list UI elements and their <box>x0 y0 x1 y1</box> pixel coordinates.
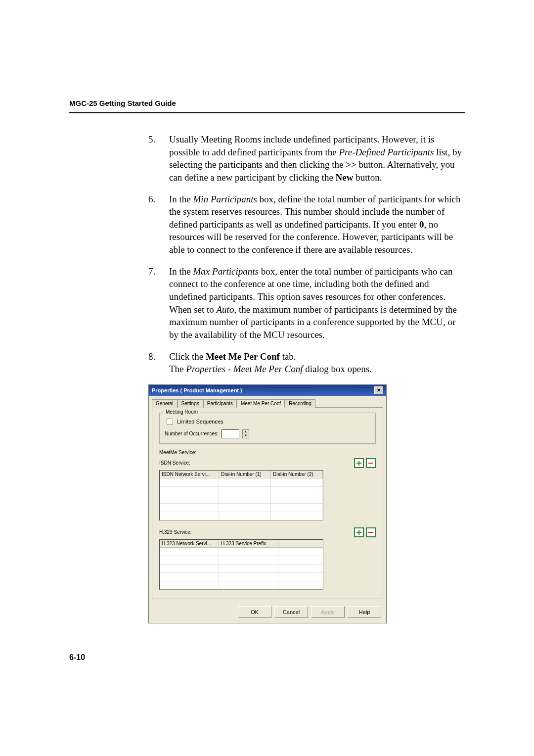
dialog-title: Properties ( Product Management ) <box>152 387 242 393</box>
step8-text-b: tab. <box>280 351 296 362</box>
ok-button[interactable]: OK <box>238 606 271 618</box>
header-rule <box>69 112 465 113</box>
step-6: In the Min Participants box, define the … <box>148 193 465 256</box>
isdn-grid-header: ISDN Network Servi... Dial-in Number (1)… <box>160 471 323 478</box>
step8-em-properties: Properties - Meet Me Per Conf <box>186 364 303 374</box>
tab-general[interactable]: General <box>152 399 178 408</box>
dialog-button-row: OK Cancel Apply Help <box>149 602 386 623</box>
properties-dialog: Properties ( Product Management ) ✕ Gene… <box>148 384 387 623</box>
tab-participants[interactable]: Participants <box>203 399 237 408</box>
step5-bold-arrows: >> <box>346 159 356 170</box>
occurrences-spinner[interactable]: ▲ ▼ <box>242 429 249 438</box>
help-button[interactable]: Help <box>348 606 381 618</box>
h323-remove-button[interactable] <box>366 527 376 537</box>
spinner-down-icon: ▼ <box>243 434 249 438</box>
isdn-col-dialin1[interactable]: Dial-in Number (1) <box>219 471 271 478</box>
doc-header-title: MGC-25 Getting Started Guide <box>69 99 465 107</box>
tab-meetmeperconf[interactable]: Meet Me Per Conf <box>237 399 285 408</box>
h323-buttons <box>354 527 376 537</box>
isdn-col-dialin2[interactable]: Dial-in Number (2) <box>271 471 323 478</box>
tab-panel: Meeting Room Limited Sequences Number of… <box>152 407 383 599</box>
isdn-service-label: ISDN Service: <box>159 460 190 466</box>
h323-service-row: H.323 Service: <box>159 527 376 537</box>
isdn-add-button[interactable] <box>354 458 364 468</box>
step-5: Usually Meeting Rooms include undefined … <box>148 133 465 184</box>
isdn-buttons <box>354 458 376 468</box>
step7-em-maxparticipants: Max Participants <box>193 266 259 277</box>
step8-text-c: The <box>169 364 186 374</box>
tab-settings[interactable]: Settings <box>178 399 203 408</box>
step8-text-d: dialog box opens. <box>303 364 372 374</box>
steps-list: Usually Meeting Rooms include undefined … <box>148 133 465 376</box>
close-icon: ✕ <box>377 388 381 393</box>
h323-service-label: H.323 Service: <box>159 529 192 535</box>
isdn-grid-body <box>160 478 323 519</box>
meetme-service-label: MeetMe Service: <box>159 450 376 455</box>
step7-em-auto: Auto <box>217 304 234 315</box>
plus-icon <box>356 530 361 535</box>
cancel-button[interactable]: Cancel <box>274 606 308 618</box>
h323-col-prefix[interactable]: H.323 Service Prefix <box>219 540 278 547</box>
isdn-grid[interactable]: ISDN Network Servi... Dial-in Number (1)… <box>159 470 323 520</box>
step-7: In the Max Participants box, enter the t… <box>148 265 465 341</box>
dialog-tabs: General Settings Participants Meet Me Pe… <box>149 396 386 407</box>
minus-icon <box>368 463 373 464</box>
dialog-titlebar: Properties ( Product Management ) ✕ <box>149 385 386 396</box>
isdn-col-network[interactable]: ISDN Network Servi... <box>160 471 219 478</box>
occurrences-row: Number of Occurrences: ▲ ▼ <box>165 429 370 438</box>
step5-text-d: button. <box>353 172 382 183</box>
isdn-remove-button[interactable] <box>366 458 376 468</box>
h323-add-button[interactable] <box>354 527 364 537</box>
limited-sequences-checkbox[interactable] <box>167 419 173 425</box>
limited-sequences-label: Limited Sequences <box>177 419 223 425</box>
step6-text-a: In the <box>169 194 193 204</box>
isdn-service-row: ISDN Service: <box>159 458 376 468</box>
close-button[interactable]: ✕ <box>374 386 383 394</box>
plus-icon <box>356 461 361 466</box>
h323-grid-header: H.323 Network Servi... H.323 Service Pre… <box>160 540 323 548</box>
minus-icon <box>368 532 373 533</box>
meeting-room-group: Meeting Room Limited Sequences Number of… <box>159 413 376 444</box>
occurrences-input[interactable] <box>222 429 239 438</box>
step8-text-a: Click the <box>169 351 206 362</box>
h323-col-network[interactable]: H.323 Network Servi... <box>160 540 219 547</box>
limited-sequences-row: Limited Sequences <box>165 417 370 426</box>
meeting-room-group-title: Meeting Room <box>164 409 200 415</box>
content-area: Usually Meeting Rooms include undefined … <box>69 133 465 623</box>
step-8: Click the Meet Me Per Conf tab. The Prop… <box>148 350 465 376</box>
step5-em-predefined: Pre-Defined Participants <box>339 147 434 157</box>
page-number: 6-10 <box>69 653 465 662</box>
apply-button: Apply <box>311 606 345 618</box>
occurrences-label: Number of Occurrences: <box>165 431 219 436</box>
step6-em-minparticipants: Min Participants <box>193 194 257 204</box>
step5-bold-new: New <box>336 172 354 183</box>
h323-grid[interactable]: H.323 Network Servi... H.323 Service Pre… <box>159 539 323 590</box>
spinner-up-icon: ▲ <box>243 430 249 434</box>
step7-text-a: In the <box>169 266 193 277</box>
tab-recording[interactable]: Recording <box>285 399 315 408</box>
step8-bold-tab: Meet Me Per Conf <box>206 351 280 362</box>
h323-grid-body <box>160 548 323 588</box>
